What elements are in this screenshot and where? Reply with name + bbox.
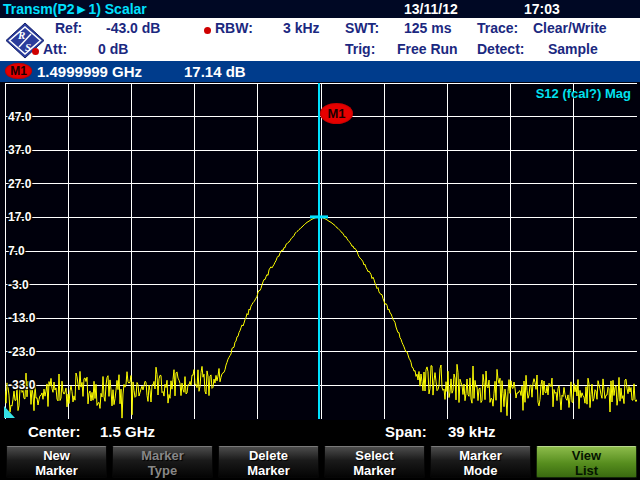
- red-dot-icon: [32, 48, 39, 55]
- marker-position-icon: [310, 215, 328, 218]
- red-dot-icon: [204, 27, 211, 34]
- measurement-title: Transm(P2►1) Scalar: [3, 1, 147, 17]
- trace-format-label: S12 (fcal?) Mag: [536, 86, 631, 101]
- softkey-delete-marker[interactable]: DeleteMarker: [218, 446, 319, 478]
- settings-header: R S Ref: -43.0 dB RBW: 3 kHz SWT: 125 ms…: [0, 18, 640, 61]
- detect-label: Detect:: [477, 41, 524, 57]
- frequency-bar: Center: 1.5 GHz Span: 39 kHz: [0, 420, 640, 445]
- trig-label: Trig:: [345, 41, 375, 57]
- status-time: 17:03: [524, 1, 560, 17]
- ref-label: Ref:: [55, 20, 82, 36]
- trace-label: Trace:: [477, 20, 518, 36]
- title-bar: Transm(P2►1) Scalar 13/11/12 17:03: [0, 0, 640, 18]
- marker-badge[interactable]: M1: [320, 103, 353, 124]
- marker-badge: M1: [5, 63, 32, 79]
- detect-value[interactable]: Sample: [548, 41, 598, 57]
- att-label: Att:: [43, 41, 67, 57]
- softkey-bar: NewMarker MarkerType DeleteMarker Select…: [0, 445, 640, 480]
- svg-text:R: R: [17, 29, 25, 41]
- ref-value[interactable]: -43.0 dB: [106, 20, 160, 36]
- span-label: Span:: [385, 423, 427, 440]
- marker-frequency: 1.4999999 GHz: [37, 63, 142, 80]
- y-axis-label: 47.0: [8, 110, 31, 124]
- swt-label: SWT:: [345, 20, 379, 36]
- y-axis-label: 27.0: [8, 177, 31, 191]
- center-value[interactable]: 1.5 GHz: [100, 423, 155, 440]
- y-axis-label: 37.0: [8, 143, 31, 157]
- y-axis-label: -3.0: [8, 278, 29, 292]
- trace-display-area: S12 (fcal?) Mag M1 47.037.027.017.07.0-3…: [0, 82, 640, 420]
- y-axis-label: 17.0: [8, 210, 31, 224]
- softkey-new-marker[interactable]: NewMarker: [6, 446, 107, 478]
- softkey-view-list[interactable]: ViewList: [536, 446, 637, 478]
- svg-text:S: S: [25, 41, 31, 53]
- trace-plot: [5, 83, 637, 419]
- y-axis-label: -23.0: [8, 345, 35, 359]
- marker-level: 17.14 dB: [184, 63, 246, 80]
- marker-readout-bar: M1 1.4999999 GHz 17.14 dB: [0, 61, 640, 82]
- trace-value[interactable]: Clear/Write: [533, 20, 607, 36]
- softkey-marker-mode[interactable]: MarkerMode: [430, 446, 531, 478]
- softkey-marker-type[interactable]: MarkerType: [112, 446, 213, 478]
- att-value[interactable]: 0 dB: [98, 41, 128, 57]
- status-date: 13/11/12: [404, 1, 458, 17]
- center-label: Center:: [28, 423, 81, 440]
- rs-logo-icon: R S: [5, 22, 45, 59]
- softkey-select-marker[interactable]: SelectMarker: [324, 446, 425, 478]
- rbw-value[interactable]: 3 kHz: [283, 20, 320, 36]
- trig-value[interactable]: Free Run: [397, 41, 458, 57]
- y-axis-label: -13.0: [8, 311, 35, 325]
- y-axis-label: -33.0: [8, 378, 35, 392]
- swt-value[interactable]: 125 ms: [404, 20, 451, 36]
- y-axis-label: 7.0: [8, 244, 25, 258]
- rbw-label: RBW:: [215, 20, 253, 36]
- span-value[interactable]: 39 kHz: [448, 423, 496, 440]
